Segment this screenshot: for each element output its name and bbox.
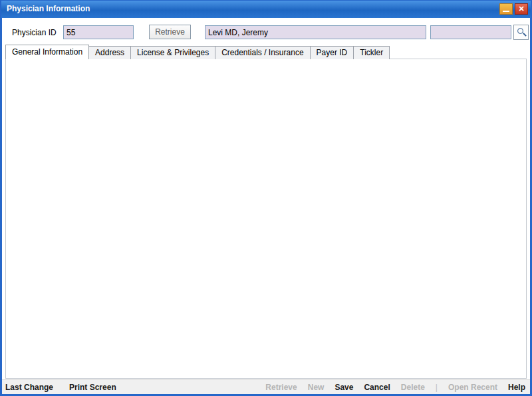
- close-icon: ✕: [518, 5, 524, 13]
- search-button[interactable]: [513, 25, 529, 40]
- statusbar-help-button[interactable]: Help: [508, 383, 525, 392]
- tab-panel: [5, 59, 527, 379]
- tab-address[interactable]: Address: [88, 46, 131, 59]
- minimize-icon: [503, 11, 509, 12]
- tab-strip: General Information Address License & Pr…: [5, 45, 390, 59]
- statusbar-retrieve-button[interactable]: Retrieve: [265, 383, 297, 392]
- physician-information-window: Physician Information ✕ Physician ID Ret…: [0, 0, 532, 396]
- statusbar-left: Last Change Print Screen: [5, 383, 116, 392]
- statusbar-separator: |: [436, 383, 438, 392]
- statusbar-save-button[interactable]: Save: [334, 383, 353, 392]
- statusbar-new-button[interactable]: New: [308, 383, 325, 392]
- secondary-display-field: [430, 25, 511, 39]
- tab-tickler[interactable]: Tickler: [353, 46, 390, 59]
- window-title: Physician Information: [7, 4, 90, 13]
- tab-license-privileges[interactable]: License & Privileges: [130, 46, 215, 59]
- last-change-button[interactable]: Last Change: [5, 383, 53, 392]
- physician-name-field: [205, 25, 426, 39]
- statusbar-delete-button[interactable]: Delete: [401, 383, 425, 392]
- tab-general-information[interactable]: General Information: [5, 45, 89, 59]
- print-screen-button[interactable]: Print Screen: [69, 383, 116, 392]
- tab-payer-id[interactable]: Payer ID: [310, 46, 354, 59]
- tab-credentials-insurance[interactable]: Credentials / Insurance: [215, 46, 310, 59]
- search-icon-handle: [523, 33, 527, 37]
- close-button[interactable]: ✕: [515, 3, 528, 15]
- statusbar-cancel-button[interactable]: Cancel: [364, 383, 390, 392]
- statusbar-right: Retrieve New Save Cancel Delete | Open R…: [265, 383, 525, 392]
- physician-id-field[interactable]: [63, 25, 134, 39]
- retrieve-button[interactable]: Retrieve: [149, 25, 191, 39]
- statusbar-open-recent-button[interactable]: Open Recent: [448, 383, 497, 392]
- minimize-button[interactable]: [499, 3, 513, 15]
- physician-id-label: Physician ID: [12, 28, 57, 37]
